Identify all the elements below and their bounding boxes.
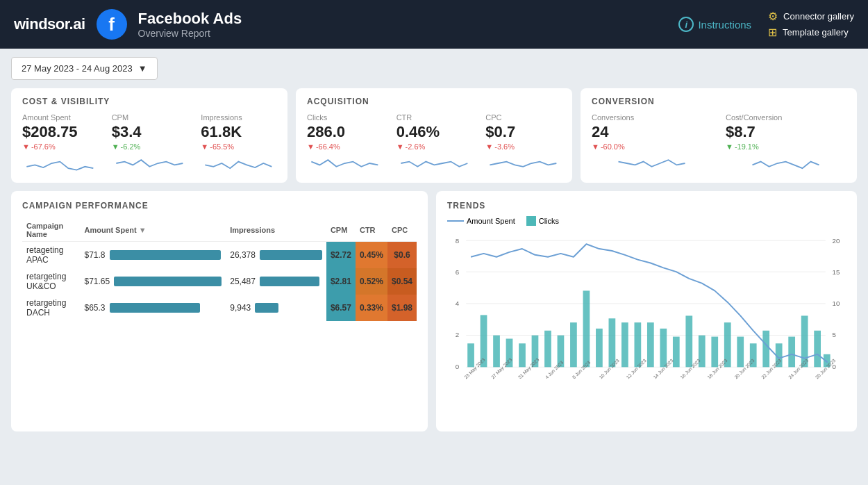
svg-text:20 Jun 2023: 20 Jun 2023	[733, 358, 756, 380]
svg-rect-23	[570, 322, 577, 367]
cpc-metric: CPC $0.7 ▼ -3.6%	[485, 113, 561, 174]
amount-spent-change: ▼ -67.6%	[22, 142, 98, 151]
cpm-change: ▼ -6.2%	[112, 142, 187, 151]
table-header-row: Campaign Name Amount Spent ▼ Impressions…	[22, 219, 417, 242]
svg-rect-28	[634, 322, 641, 367]
amount-spent-metric: Amount Spent $208.75 ▼ -67.6%	[22, 113, 98, 174]
svg-text:5: 5	[833, 331, 836, 338]
campaign-performance-title: CAMPAIGN PERFORMANCE	[22, 201, 417, 211]
svg-rect-38	[762, 331, 769, 368]
cpm-label: CPM	[112, 113, 187, 122]
conversions-metric: Conversions 24 ▼ -60.0%	[592, 113, 712, 174]
svg-rect-36	[737, 337, 744, 368]
date-range-label: 27 May 2023 - 24 Aug 2023	[22, 63, 133, 74]
ctr-cell: 0.52%	[356, 268, 387, 295]
amount-spent-cell: $65.3	[81, 295, 226, 321]
table-row: retargeting DACH $65.3 9,943	[22, 295, 417, 321]
col-amount-spent[interactable]: Amount Spent ▼	[81, 219, 226, 242]
instructions-label: Instructions	[698, 19, 751, 31]
cpm-value: $3.4	[112, 123, 187, 141]
trends-title: TRENDS	[447, 201, 846, 211]
ctr-change: ▼ -2.6%	[397, 142, 472, 151]
cpc-cell: $0.6	[387, 242, 417, 269]
svg-text:23 May 2023: 23 May 2023	[463, 357, 487, 381]
date-range-picker[interactable]: 27 May 2023 - 24 Aug 2023 ▼	[11, 57, 158, 80]
legend-amount-spent-label: Amount Spent	[467, 217, 515, 225]
acquisition-title: ACQUISITION	[307, 97, 561, 106]
svg-text:20: 20	[833, 237, 840, 245]
ctr-value: 0.46%	[397, 123, 472, 141]
cpc-value: $0.7	[485, 123, 561, 141]
logo-text: windsor.ai	[14, 15, 85, 33]
conversions-sparkline	[592, 155, 712, 172]
amount-spent-cell: $71.65	[81, 268, 226, 295]
svg-rect-30	[660, 329, 667, 367]
cpc-label: CPC	[485, 113, 561, 122]
svg-rect-27	[621, 322, 628, 367]
connector-gallery-link[interactable]: ⚙ Connector gallery	[768, 10, 854, 23]
cost-visibility-section: COST & VISIBILITY Amount Spent $208.75 ▼…	[11, 88, 287, 183]
template-gallery-link[interactable]: ⊞ Template gallery	[768, 26, 854, 39]
gallery-links: ⚙ Connector gallery ⊞ Template gallery	[768, 10, 854, 39]
campaign-performance-section: CAMPAIGN PERFORMANCE Campaign Name Amoun…	[11, 191, 428, 431]
svg-text:0: 0	[456, 363, 460, 370]
amount-spent-label: Amount Spent	[22, 113, 98, 122]
svg-rect-17	[493, 336, 500, 368]
svg-rect-21	[544, 331, 551, 368]
conversion-metrics: Conversions 24 ▼ -60.0% Cost/Conversion …	[592, 113, 846, 174]
cpm-metric: CPM $3.4 ▼ -6.2%	[112, 113, 187, 174]
impressions-metric: Impressions 61.8K ▼ -65.5%	[201, 113, 276, 174]
impressions-cell: 25,487	[226, 268, 326, 295]
cost-visibility-metrics: Amount Spent $208.75 ▼ -67.6% CPM $3.4 ▼	[22, 113, 276, 174]
impressions-change: ▼ -65.5%	[201, 142, 276, 151]
legend-bar-swatch	[526, 216, 536, 226]
campaign-name-cell: retargeting DACH	[22, 295, 81, 321]
page-title-sub: Overview Report	[138, 28, 242, 39]
impressions-label: Impressions	[201, 113, 276, 122]
conversion-section: CONVERSION Conversions 24 ▼ -60.0% Cost/…	[581, 88, 857, 183]
ctr-cell: 0.33%	[356, 295, 387, 321]
kpi-row: COST & VISIBILITY Amount Spent $208.75 ▼…	[11, 88, 857, 183]
col-impressions: Impressions	[226, 219, 326, 242]
svg-rect-19	[519, 343, 526, 367]
impressions-bar	[260, 277, 319, 286]
info-icon: i	[678, 17, 694, 32]
table-row: retageting APAC $71.8 26,378	[22, 242, 417, 269]
cost-conversion-label: Cost/Conversion	[726, 113, 846, 122]
col-cpm: CPM	[326, 219, 356, 242]
cpc-change: ▼ -3.6%	[485, 142, 561, 151]
legend-clicks-label: Clicks	[539, 217, 559, 225]
ctr-cell: 0.45%	[356, 242, 387, 269]
amount-spent-cell: $71.8	[81, 242, 226, 269]
acquisition-metrics: Clicks 286.0 ▼ -66.4% CTR 0.46% ▼ -2	[307, 113, 561, 174]
date-picker-chevron-icon: ▼	[138, 63, 147, 74]
cpc-sparkline	[485, 155, 561, 172]
amount-bar	[110, 303, 200, 313]
svg-rect-40	[788, 337, 795, 368]
main-content: 27 May 2023 - 24 Aug 2023 ▼ COST & VISIB…	[0, 49, 868, 440]
template-gallery-label: Template gallery	[783, 27, 849, 38]
cost-conversion-metric: Cost/Conversion $8.7 ▼ -19.1%	[726, 113, 846, 174]
cpc-cell: $1.98	[387, 295, 417, 321]
campaign-table: Campaign Name Amount Spent ▼ Impressions…	[22, 219, 417, 321]
page-title-block: Facebook Ads Overview Report	[138, 10, 242, 39]
clicks-label: Clicks	[307, 113, 383, 122]
svg-text:4: 4	[456, 299, 460, 307]
instructions-link[interactable]: i Instructions	[678, 17, 751, 32]
cpm-cell: $6.57	[326, 295, 356, 321]
amount-spent-arrow: ▼	[22, 142, 30, 151]
svg-rect-15	[467, 343, 474, 367]
impressions-bar	[260, 250, 322, 260]
conversion-title: CONVERSION	[592, 97, 846, 106]
impressions-bar	[255, 303, 278, 313]
trends-chart: 8 6 4 2 0 20 15 10 5 0	[447, 231, 846, 419]
col-ctr: CTR	[356, 219, 387, 242]
legend-amount-spent: Amount Spent	[447, 216, 515, 226]
clicks-change: ▼ -66.4%	[307, 142, 383, 151]
amount-spent-sparkline	[22, 155, 98, 172]
table-row: retargeting UK&CO $71.65 25,487	[22, 268, 417, 295]
clicks-sparkline	[307, 155, 383, 172]
cpm-cell: $2.72	[326, 242, 356, 269]
amount-bar	[110, 250, 221, 260]
conversions-change: ▼ -60.0%	[592, 142, 712, 151]
